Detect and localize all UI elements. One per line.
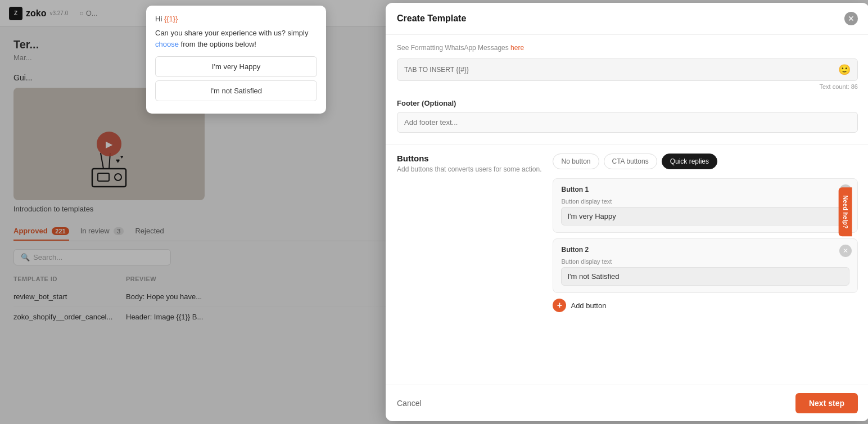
button2-remove[interactable]: ✕ <box>839 245 852 257</box>
need-help-tab[interactable]: Need help? <box>838 187 852 236</box>
button1-header: Button 1 <box>561 186 849 193</box>
dialog-header: Create Template ✕ <box>386 3 868 35</box>
btn-type-cta[interactable]: CTA buttons <box>604 154 657 169</box>
button2-header: Button 2 <box>561 246 849 254</box>
add-button-row[interactable]: + Add button <box>553 299 858 312</box>
buttons-meta: Buttons Add buttons that converts users … <box>397 154 541 312</box>
divider <box>386 144 868 145</box>
buttons-desc: Add buttons that converts users for some… <box>397 165 541 173</box>
tab-insert-label: TAB TO INSERT {{#}} <box>404 66 469 74</box>
buttons-title: Buttons <box>397 154 541 163</box>
create-template-dialog: Create Template ✕ See Formatting WhatsAp… <box>386 3 868 421</box>
preview-body: Can you share your experience with us? s… <box>155 28 317 49</box>
button-card-1: Button 1 ✕ Button display text <box>553 178 858 233</box>
preview-btn-not-satisfied[interactable]: I'm not Satisfied <box>155 80 317 101</box>
add-button-icon: + <box>553 299 566 312</box>
footer-section-label: Footer (Optional) <box>397 99 858 107</box>
button1-display-label: Button display text <box>561 198 849 205</box>
button1-display-input[interactable] <box>561 207 849 225</box>
spacer <box>386 323 868 346</box>
template-var: {{1}} <box>164 15 178 23</box>
text-count: Text count: 86 <box>397 83 858 90</box>
format-link[interactable]: here <box>510 44 524 52</box>
preview-popup: Hi {{1}} Can you share your experience w… <box>146 6 326 114</box>
preview-greeting: Hi {{1}} <box>155 15 317 23</box>
footer-input[interactable] <box>397 112 858 133</box>
btn-type-no-button[interactable]: No button <box>553 154 599 169</box>
dialog-body: See Formatting WhatsApp Messages here TA… <box>386 35 868 385</box>
cancel-button[interactable]: Cancel <box>397 399 422 408</box>
format-note: See Formatting WhatsApp Messages here <box>397 44 858 52</box>
emoji-button[interactable]: 🙂 <box>838 64 851 76</box>
dialog-title: Create Template <box>397 13 466 24</box>
preview-btn-happy[interactable]: I'm very Happy <box>155 56 317 77</box>
next-step-button[interactable]: Next step <box>795 393 858 413</box>
button2-display-input[interactable] <box>561 267 849 286</box>
tab-insert-area: TAB TO INSERT {{#}} 🙂 <box>397 58 858 81</box>
body-top: See Formatting WhatsApp Messages here TA… <box>386 35 868 144</box>
dialog-footer: Cancel Next step <box>386 385 868 421</box>
dialog-close-button[interactable]: ✕ <box>844 12 858 25</box>
highlight-text: choose <box>155 40 179 48</box>
btn-type-row: No button CTA buttons Quick replies <box>553 154 858 169</box>
button-card-2: Button 2 ✕ Button display text <box>553 238 858 293</box>
add-button-label: Add button <box>571 301 606 310</box>
buttons-layout: Buttons Add buttons that converts users … <box>386 154 868 323</box>
button2-display-label: Button display text <box>561 258 849 265</box>
buttons-right: No button CTA buttons Quick replies Butt… <box>553 154 858 312</box>
btn-type-quick-replies[interactable]: Quick replies <box>662 154 717 169</box>
